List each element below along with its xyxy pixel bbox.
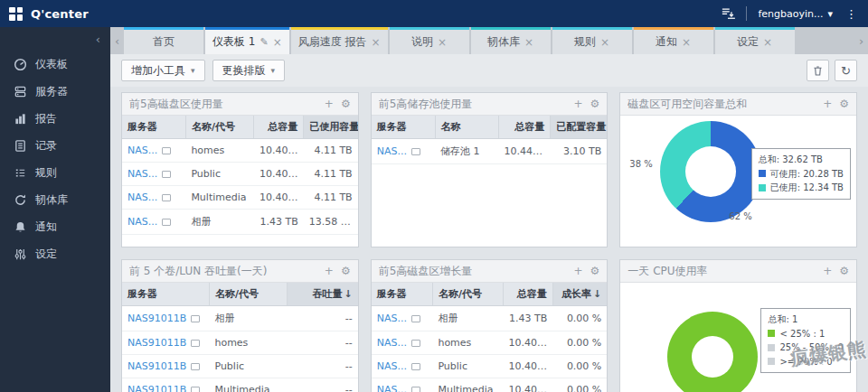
free-space-donut[interactable]: [660, 121, 761, 222]
table-row[interactable]: NAS... 储存池 1 10.44 TB 3.10 TB: [372, 139, 608, 164]
legend-25-50[interactable]: 25% - 50% : 0: [768, 341, 844, 355]
edit-dashboard-icon[interactable]: ✎: [259, 37, 268, 47]
server-link[interactable]: NAS91011B: [127, 384, 186, 392]
sidebar-item-label: 记录: [35, 138, 57, 154]
table-row[interactable]: NAS... homes 10.40 TB 0.00 %: [372, 331, 608, 355]
sidebar-item-logs[interactable]: 记录: [0, 132, 110, 159]
column-header[interactable]: 服务器: [122, 283, 209, 306]
close-tab-icon[interactable]: ×: [372, 37, 381, 48]
widget-cpu-usage: 一天 CPU使用率 + ⚙ 总和: 1 < 25% : 1 25% - 50% …: [619, 259, 857, 392]
column-header[interactable]: 服务器: [122, 116, 185, 139]
server-link[interactable]: NAS...: [377, 145, 407, 157]
sidebar-collapse-icon[interactable]: ‹: [96, 33, 100, 46]
widget-settings-icon[interactable]: ⚙: [590, 266, 600, 276]
column-header-sorted[interactable]: 成长率↓: [552, 283, 607, 306]
widget-settings-icon[interactable]: ⚙: [341, 266, 351, 276]
column-header[interactable]: 名称: [435, 116, 498, 139]
legend-swatch: [768, 330, 775, 337]
widget-add-icon[interactable]: +: [823, 266, 832, 276]
widget-add-icon[interactable]: +: [574, 266, 583, 276]
close-tab-icon[interactable]: ×: [763, 37, 772, 48]
delete-dashboard-button[interactable]: [807, 60, 829, 81]
table-row[interactable]: NAS... homes 10.40 TB 4.11 TB: [122, 139, 358, 163]
server-link[interactable]: NAS91011B: [127, 337, 186, 349]
close-tab-icon[interactable]: ×: [438, 37, 447, 48]
close-tab-icon[interactable]: ×: [600, 37, 609, 48]
widget-settings-icon[interactable]: ⚙: [341, 98, 351, 109]
close-tab-icon[interactable]: ×: [273, 37, 282, 48]
tab-rules[interactable]: 规则 ×: [552, 27, 632, 54]
widget-add-icon[interactable]: +: [325, 98, 334, 109]
close-tab-icon[interactable]: ×: [524, 37, 533, 48]
server-link[interactable]: NAS...: [377, 337, 407, 349]
legend-used[interactable]: 已使用: 12.34 TB: [759, 181, 844, 195]
app-menu-icon[interactable]: [9, 7, 23, 21]
table-row[interactable]: NAS... 相册 1.43 TB 13.58 GB: [122, 210, 358, 235]
sidebar-item-reports[interactable]: 报告: [0, 105, 110, 132]
server-link[interactable]: NAS91011B: [127, 313, 186, 324]
tab-dashboard-1[interactable]: 仪表板 1 ✎ ×: [205, 27, 289, 54]
user-menu[interactable]: fengbaoyin... ▾: [758, 8, 833, 20]
server-link[interactable]: NAS...: [377, 384, 407, 392]
table-row[interactable]: NAS... 相册 1.43 TB 0.00 %: [372, 306, 608, 331]
column-header-sorted[interactable]: 已配置容量↓: [551, 116, 608, 139]
tab-settings[interactable]: 设定 ×: [715, 27, 795, 54]
sidebar-item-rules[interactable]: 规则: [0, 159, 110, 186]
table-row[interactable]: NAS... Multimedia 10.40 TB 4.11 TB: [122, 186, 358, 210]
table-row[interactable]: NAS... Public 10.40 TB 0.00 %: [372, 355, 608, 378]
tab-home[interactable]: 首页: [124, 27, 203, 54]
legend-available[interactable]: 可使用: 20.28 TB: [759, 167, 844, 182]
column-header[interactable]: 服务器: [372, 116, 435, 139]
cpu-usage-donut[interactable]: [667, 312, 758, 392]
column-header[interactable]: 总容量: [504, 283, 553, 306]
widget-settings-icon[interactable]: ⚙: [839, 98, 849, 109]
column-header[interactable]: 名称/代号: [209, 283, 287, 306]
server-link[interactable]: NAS...: [377, 360, 407, 372]
widget-settings-icon[interactable]: ⚙: [590, 98, 600, 109]
tab-firmware[interactable]: 韧体库 ×: [471, 27, 551, 54]
refresh-button[interactable]: ↻: [835, 60, 857, 81]
column-header-sorted[interactable]: 吞吐量↓: [287, 283, 357, 306]
tabs-prev-icon[interactable]: ‹: [110, 27, 124, 54]
close-tab-icon[interactable]: ×: [682, 37, 691, 48]
column-header[interactable]: 名称/代号: [185, 116, 254, 139]
sidebar-item-servers[interactable]: 服务器: [0, 78, 110, 105]
sidebar-item-settings[interactable]: 设定: [0, 240, 110, 267]
server-link[interactable]: NAS...: [127, 191, 157, 203]
widget-add-icon[interactable]: +: [574, 98, 583, 109]
table-row[interactable]: NAS... Public 10.40 TB 4.11 TB: [122, 163, 358, 186]
table-row[interactable]: NAS... Multimedia 10.40 TB 0.00 %: [372, 378, 608, 392]
sidebar-item-dashboard[interactable]: 仪表板: [0, 51, 110, 78]
legend-over-90[interactable]: >= 90% : 0: [768, 355, 844, 369]
table-row[interactable]: NAS91011B Multimedia --: [122, 378, 358, 392]
server-link[interactable]: NAS...: [127, 145, 157, 156]
widget-add-icon[interactable]: +: [823, 98, 832, 109]
widget-add-icon[interactable]: +: [325, 266, 334, 276]
pct-used-label: 38 %: [629, 159, 652, 169]
column-header[interactable]: 总容量: [254, 116, 304, 139]
add-widget-button[interactable]: 增加小工具 ▾: [121, 60, 205, 81]
sidebar-item-firmware[interactable]: 韧体库: [0, 186, 110, 213]
server-link[interactable]: NAS91011B: [127, 360, 186, 372]
tabs-next-icon[interactable]: ›: [854, 27, 868, 54]
server-link[interactable]: NAS...: [377, 313, 407, 324]
legend-under-25[interactable]: < 25% : 1: [768, 327, 844, 341]
tab-description[interactable]: 说明 ×: [390, 27, 469, 54]
firmware-download-icon[interactable]: [721, 7, 735, 20]
legend-swatch: [768, 344, 775, 351]
more-menu-icon[interactable]: ⋮: [844, 7, 859, 21]
sidebar-item-notifications[interactable]: 通知: [0, 213, 110, 240]
column-header[interactable]: 服务器: [372, 283, 433, 306]
column-header[interactable]: 名称/代号: [432, 283, 503, 306]
column-header-sorted[interactable]: 已使用容量↓: [304, 116, 358, 139]
tab-fan-speed-report[interactable]: 风扇速度 报告 ×: [291, 27, 388, 54]
table-row[interactable]: NAS91011B homes --: [122, 331, 358, 355]
change-layout-button[interactable]: 更换排版 ▾: [212, 60, 286, 81]
widget-settings-icon[interactable]: ⚙: [839, 266, 849, 276]
table-row[interactable]: NAS91011B 相册 --: [122, 306, 358, 331]
tab-notifications[interactable]: 通知 ×: [634, 27, 713, 54]
server-link[interactable]: NAS...: [127, 216, 157, 228]
table-row[interactable]: NAS91011B Public --: [122, 355, 358, 378]
server-link[interactable]: NAS...: [127, 168, 157, 180]
column-header[interactable]: 总容量: [498, 116, 550, 139]
